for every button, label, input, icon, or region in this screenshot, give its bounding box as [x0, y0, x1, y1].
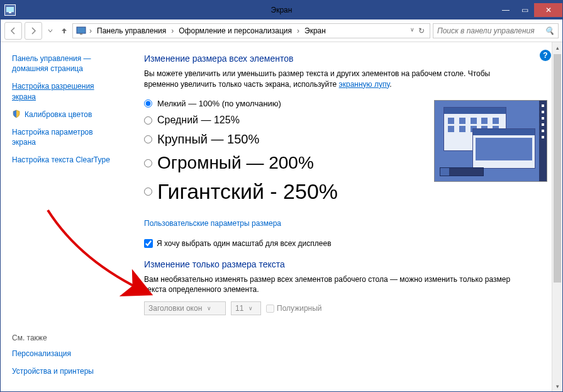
chevron-right-icon[interactable]: › — [296, 26, 301, 35]
window-controls: — ▭ ✕ — [496, 3, 562, 17]
navigation-toolbar: › Панель управления › Оформление и персо… — [1, 20, 562, 42]
chevron-right-icon[interactable]: › — [88, 26, 93, 35]
breadcrumb-appearance[interactable]: Оформление и персонализация — [176, 25, 294, 36]
svg-rect-0 — [6, 7, 14, 12]
maximize-button[interactable]: ▭ — [515, 3, 534, 17]
display-icon — [75, 26, 87, 36]
main-heading: Изменение размера всех элементов — [144, 53, 547, 64]
svg-rect-3 — [80, 33, 82, 35]
text-only-heading: Изменение только размера текста — [144, 259, 547, 269]
scroll-down-button[interactable]: ▾ — [552, 381, 562, 391]
element-combo[interactable]: Заголовки окон∨ — [144, 301, 226, 315]
help-icon[interactable]: ? — [540, 50, 551, 61]
radio-200[interactable]: Огромный — 200% — [144, 153, 421, 173]
search-box[interactable]: 🔍 — [433, 23, 559, 38]
font-size-combo[interactable]: 11∨ — [231, 301, 261, 315]
chevron-down-icon: ∨ — [248, 305, 253, 311]
scroll-up-button[interactable]: ▴ — [552, 42, 562, 53]
scale-radio-group: Мелкий — 100% (по умолчанию) Средний — 1… — [144, 99, 421, 210]
sidebar-calibration[interactable]: Калибровка цветов — [12, 109, 133, 120]
scrollbar-thumb[interactable] — [554, 54, 561, 283]
main-description: Вы можете увеличить или уменьшить размер… — [144, 69, 515, 90]
sidebar: Панель управления —домашняя страница Нас… — [1, 42, 133, 391]
svg-rect-1 — [9, 12, 11, 13]
titlebar: Экран — ▭ ✕ — [1, 1, 562, 20]
chevron-down-icon[interactable]: ∨ — [410, 26, 415, 35]
radio-100[interactable]: Мелкий — 100% (по умолчанию) — [144, 99, 421, 108]
search-input[interactable] — [437, 26, 545, 35]
bold-label: Полужирный — [277, 304, 322, 313]
custom-size-link[interactable]: Пользовательские параметры размера — [144, 219, 281, 228]
address-bar[interactable]: › Панель управления › Оформление и персо… — [72, 23, 430, 38]
display-icon — [4, 4, 16, 16]
minimize-button[interactable]: — — [496, 3, 515, 17]
sidebar-resolution[interactable]: Настройка разрешенияэкрана — [12, 81, 133, 101]
forward-button[interactable] — [25, 22, 42, 40]
chevron-right-icon[interactable]: › — [170, 26, 175, 35]
single-scale-checkbox-row[interactable]: Я хочу выбрать один масштаб для всех дис… — [144, 239, 547, 248]
close-button[interactable]: ✕ — [534, 3, 562, 17]
breadcrumb-display[interactable]: Экран — [302, 25, 328, 36]
shield-icon — [12, 109, 21, 118]
up-button[interactable] — [59, 22, 70, 40]
display-preview — [434, 100, 547, 182]
main-content: ? Изменение размера всех элементов Вы мо… — [133, 42, 562, 391]
radio-150[interactable]: Крупный — 150% — [144, 132, 421, 147]
bold-checkbox-row[interactable]: Полужирный — [266, 304, 322, 313]
sidebar-home[interactable]: Панель управления —домашняя страница — [12, 53, 133, 74]
text-only-description: Вам необязательно изменять размер всех э… — [144, 274, 515, 296]
search-icon[interactable]: 🔍 — [545, 26, 554, 35]
magnifier-link[interactable]: экранную лупу — [339, 80, 390, 89]
single-scale-checkbox[interactable] — [144, 239, 153, 248]
sidebar-params[interactable]: Настройка параметровэкрана — [12, 127, 133, 147]
single-scale-label: Я хочу выбрать один масштаб для всех дис… — [157, 239, 332, 248]
radio-250[interactable]: Гигантский - 250% — [144, 179, 421, 204]
back-button[interactable] — [4, 22, 22, 40]
chevron-down-icon: ∨ — [207, 305, 211, 311]
svg-rect-2 — [77, 27, 86, 33]
bold-checkbox[interactable] — [266, 305, 274, 313]
vertical-scrollbar[interactable]: ▴ ▾ — [552, 42, 562, 391]
see-also-heading: См. также — [12, 333, 133, 342]
sidebar-cleartype[interactable]: Настройка текста ClearType — [12, 155, 133, 165]
breadcrumb-root[interactable]: Панель управления — [94, 25, 169, 36]
window-title: Экран — [271, 6, 293, 14]
sidebar-personalization[interactable]: Персонализация — [12, 349, 133, 359]
refresh-icon[interactable]: ↻ — [418, 26, 425, 35]
recent-dropdown[interactable] — [45, 22, 56, 40]
sidebar-printers[interactable]: Устройства и принтеры — [12, 366, 133, 376]
radio-125[interactable]: Средний — 125% — [144, 115, 421, 126]
